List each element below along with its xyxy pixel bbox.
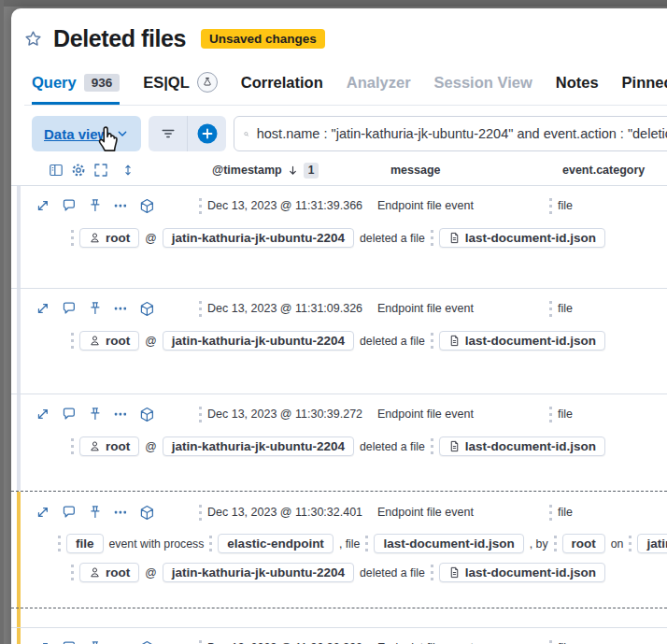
- columns-icon[interactable]: [49, 163, 64, 178]
- drag-handle[interactable]: [71, 333, 74, 349]
- tab-pinned[interactable]: Pinned: [622, 68, 667, 105]
- tab-notes[interactable]: Notes: [556, 68, 599, 105]
- timestamp-cell[interactable]: Dec 13, 2023 @ 11:30:39.272: [199, 407, 365, 422]
- message-cell[interactable]: Endpoint file event: [377, 408, 527, 421]
- add-note-icon[interactable]: [62, 640, 77, 644]
- drag-handle[interactable]: [549, 640, 552, 644]
- add-note-icon[interactable]: [62, 301, 77, 316]
- kql-search-input[interactable]: host.name : "jatin-kathuria-jk-ubuntu-22…: [234, 116, 667, 151]
- add-note-icon[interactable]: [62, 505, 77, 520]
- add-note-icon[interactable]: [62, 407, 77, 422]
- more-actions-icon[interactable]: [113, 505, 128, 520]
- expand-event-icon[interactable]: [35, 198, 50, 213]
- favorite-star-icon[interactable]: [24, 30, 42, 48]
- drag-handle[interactable]: [629, 536, 632, 551]
- timestamp-cell[interactable]: Dec 13, 2023 @ 11:30:32.401: [199, 505, 365, 521]
- file-badge[interactable]: last-document-id.json: [439, 563, 605, 582]
- tab-esql[interactable]: ES|QL: [143, 66, 218, 106]
- pin-event-icon[interactable]: [88, 505, 103, 520]
- pin-event-icon[interactable]: [88, 407, 103, 422]
- user-badge[interactable]: root: [79, 436, 139, 456]
- drag-handle[interactable]: [71, 230, 74, 246]
- more-actions-icon[interactable]: [113, 198, 128, 213]
- drag-handle[interactable]: [71, 438, 74, 454]
- message-cell[interactable]: Endpoint file event: [377, 302, 527, 315]
- filter-button[interactable]: [149, 116, 187, 151]
- more-actions-icon[interactable]: [113, 407, 128, 422]
- drag-handle[interactable]: [365, 536, 368, 551]
- pin-event-icon[interactable]: [88, 301, 103, 316]
- file-badge[interactable]: last-document-id.json: [374, 534, 523, 553]
- row-actions: [35, 640, 155, 644]
- expand-event-icon[interactable]: [35, 407, 50, 422]
- drag-handle[interactable]: [549, 407, 552, 422]
- expand-event-icon[interactable]: [35, 640, 50, 644]
- message-cell[interactable]: Endpoint file event: [377, 199, 527, 212]
- drag-handle[interactable]: [431, 438, 433, 454]
- host-badge[interactable]: jatin-kathuria-jk-ubuntu-2204: [163, 436, 354, 456]
- pin-event-icon[interactable]: [88, 640, 103, 644]
- category-badge[interactable]: file: [66, 534, 104, 553]
- category-cell[interactable]: file: [549, 407, 573, 422]
- host-badge[interactable]: jatin-kathuria-jk-ubuntu-2204: [637, 534, 667, 553]
- timestamp-cell[interactable]: Dec 13, 2023 @ 11:30:32.392: [199, 640, 365, 644]
- host-badge[interactable]: jatin-kathuria-jk-ubuntu-2204: [163, 331, 354, 351]
- drag-handle[interactable]: [209, 536, 212, 551]
- file-badge[interactable]: last-document-id.json: [439, 331, 605, 351]
- timestamp-cell[interactable]: Dec 13, 2023 @ 11:31:09.326: [199, 301, 365, 317]
- user-badge[interactable]: root: [79, 228, 139, 248]
- event-summary: root @ jatin-kathuria-jk-ubuntu-2204 del…: [71, 228, 667, 248]
- drag-handle[interactable]: [199, 407, 202, 422]
- tab-query[interactable]: Query 936: [32, 68, 120, 105]
- category-value: file: [558, 302, 573, 315]
- drag-handle[interactable]: [554, 536, 557, 551]
- drag-handle[interactable]: [549, 301, 552, 317]
- data-view-button[interactable]: Data view: [32, 116, 141, 151]
- tab-correlation[interactable]: Correlation: [241, 68, 323, 105]
- message-cell[interactable]: Endpoint file event: [377, 506, 527, 519]
- file-badge[interactable]: last-document-id.json: [439, 228, 605, 248]
- drag-handle[interactable]: [549, 505, 552, 521]
- analyze-event-icon[interactable]: [139, 505, 155, 521]
- add-note-icon[interactable]: [62, 198, 77, 213]
- gear-icon[interactable]: [71, 163, 86, 178]
- drag-handle[interactable]: [431, 333, 433, 349]
- timestamp-cell[interactable]: Dec 13, 2023 @ 11:31:39.366: [199, 198, 365, 214]
- host-badge[interactable]: jatin-kathuria-jk-ubuntu-2204: [163, 563, 354, 582]
- file-badge[interactable]: last-document-id.json: [439, 436, 605, 456]
- drag-handle[interactable]: [71, 565, 74, 580]
- column-header-timestamp[interactable]: @timestamp 1: [212, 163, 378, 179]
- category-cell[interactable]: file: [549, 198, 573, 214]
- drag-handle[interactable]: [431, 565, 433, 580]
- drag-handle[interactable]: [199, 198, 202, 214]
- expand-event-icon[interactable]: [35, 505, 50, 520]
- category-cell[interactable]: file: [549, 640, 573, 644]
- process-badge[interactable]: elastic-endpoint: [218, 534, 334, 553]
- analyze-event-icon[interactable]: [139, 301, 155, 317]
- drag-handle[interactable]: [431, 230, 433, 246]
- host-badge[interactable]: jatin-kathuria-jk-ubuntu-2204: [163, 228, 354, 248]
- drag-handle[interactable]: [199, 505, 202, 521]
- drag-handle[interactable]: [58, 536, 61, 551]
- expand-event-icon[interactable]: [35, 301, 50, 316]
- drag-handle[interactable]: [199, 301, 202, 317]
- more-actions-icon[interactable]: [113, 640, 128, 644]
- category-cell[interactable]: file: [549, 505, 573, 521]
- category-cell[interactable]: file: [549, 301, 573, 317]
- column-header-event-category[interactable]: event.category: [562, 164, 645, 177]
- analyze-event-icon[interactable]: [139, 640, 155, 644]
- add-filter-button[interactable]: [187, 116, 226, 151]
- user-badge[interactable]: root: [562, 534, 605, 553]
- fullscreen-icon[interactable]: [93, 163, 108, 178]
- column-header-message[interactable]: message: [390, 164, 540, 177]
- drag-handle[interactable]: [549, 198, 552, 214]
- summary-text: deleted a file: [360, 440, 425, 453]
- more-actions-icon[interactable]: [113, 301, 128, 316]
- pin-event-icon[interactable]: [88, 198, 103, 213]
- user-badge[interactable]: root: [79, 563, 139, 582]
- analyze-event-icon[interactable]: [139, 407, 155, 422]
- drag-handle[interactable]: [199, 640, 202, 644]
- row-height-icon[interactable]: [121, 164, 135, 177]
- analyze-event-icon[interactable]: [139, 198, 155, 214]
- user-badge[interactable]: root: [79, 331, 139, 351]
